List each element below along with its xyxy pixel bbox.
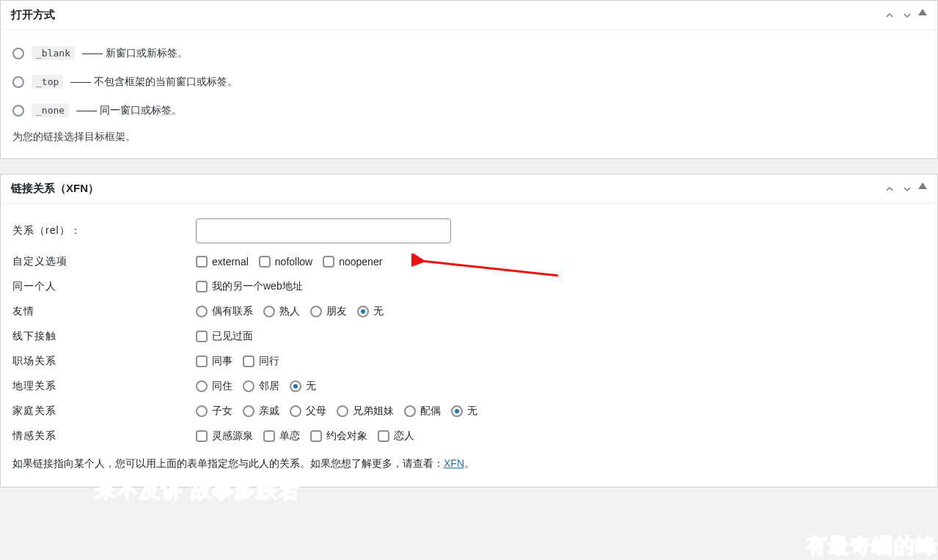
radio-blank[interactable] <box>12 48 24 59</box>
rel-row: 关系（rel）： <box>12 214 926 251</box>
xfn-panel: 链接关系（XFN） 关系（rel）： 自定义选项 external nofoll… <box>0 174 938 487</box>
chevron-down-icon[interactable] <box>901 9 914 22</box>
red-arrow-annotation <box>411 254 565 279</box>
chevron-up-icon[interactable] <box>883 9 896 22</box>
checkbox-identity[interactable] <box>196 281 208 292</box>
friendship-option[interactable]: 偶有联系 <box>196 305 253 318</box>
family-option[interactable]: 配偶 <box>404 405 441 418</box>
family-row: 家庭关系 子女亲戚父母兄弟姐妹配偶无 <box>12 400 926 425</box>
romantic-option[interactable]: 恋人 <box>378 430 414 443</box>
svg-line-0 <box>422 261 558 276</box>
xfn-panel-title: 链接关系（XFN） <box>11 182 99 196</box>
identity-row: 同一个人 我的另一个web地址 <box>12 276 926 301</box>
romantic-checkbox[interactable] <box>263 430 275 442</box>
target-panel-title: 打开方式 <box>11 8 55 22</box>
family-option[interactable]: 亲戚 <box>243 405 279 418</box>
target-desc: —— 新窗口或新标签。 <box>82 47 188 60</box>
checkbox-physical[interactable] <box>196 331 208 342</box>
professional-option[interactable]: 同事 <box>196 355 232 368</box>
romantic-option[interactable]: 灵感源泉 <box>196 430 253 443</box>
checkbox-noopener[interactable] <box>323 256 334 268</box>
xfn-panel-header: 链接关系（XFN） <box>1 174 937 204</box>
geo-radio[interactable] <box>243 380 254 392</box>
family-option[interactable]: 子女 <box>196 405 232 418</box>
target-desc: —— 不包含框架的当前窗口或标签。 <box>70 75 238 89</box>
professional-checkbox[interactable] <box>196 355 208 367</box>
friendship-label: 友情 <box>12 305 196 318</box>
friendship-option[interactable]: 无 <box>357 305 384 318</box>
family-radio[interactable] <box>451 405 463 417</box>
geo-option[interactable]: 无 <box>290 380 316 393</box>
target-panel: 打开方式 _blank —— 新窗口或新标签。 _top —— 不包含框架的当前… <box>0 0 938 159</box>
target-panel-body: _blank —— 新窗口或新标签。 _top —— 不包含框架的当前窗口或标签… <box>1 30 937 158</box>
rel-label: 关系（rel）： <box>12 224 196 237</box>
custom-row: 自定义选项 external nofollow noopener <box>12 251 926 276</box>
chevron-down-icon[interactable] <box>901 183 914 196</box>
professional-option[interactable]: 同行 <box>243 355 279 368</box>
romantic-option[interactable]: 约会对象 <box>310 430 367 443</box>
family-radio[interactable] <box>196 405 208 417</box>
professional-row: 职场关系 同事同行 <box>12 350 926 375</box>
target-help-text: 为您的链接选择目标框架。 <box>12 130 926 144</box>
custom-label: 自定义选项 <box>12 255 196 268</box>
xfn-panel-body: 关系（rel）： 自定义选项 external nofollow noopene… <box>1 204 937 487</box>
geo-option[interactable]: 邻居 <box>243 380 279 393</box>
xfn-footer-text: 如果链接指向某个人，您可以用上面的表单指定您与此人的关系。如果您想了解更多，请查… <box>12 450 926 472</box>
watermark-2: 有最奇崛的峰 <box>806 532 938 560</box>
romantic-row: 情感关系 灵感源泉单恋约会对象恋人 <box>12 425 926 450</box>
target-panel-header: 打开方式 <box>1 1 937 30</box>
romantic-checkbox[interactable] <box>378 430 389 442</box>
target-code: _none <box>32 103 69 117</box>
physical-row: 线下接触 已见过面 <box>12 325 926 350</box>
identity-option[interactable]: 我的另一个web地址 <box>196 280 303 293</box>
friendship-option[interactable]: 熟人 <box>263 305 300 318</box>
family-radio[interactable] <box>290 405 301 417</box>
custom-option-external[interactable]: external <box>196 256 249 268</box>
family-option[interactable]: 父母 <box>290 405 326 418</box>
custom-option-noopener[interactable]: noopener <box>323 256 382 268</box>
geo-label: 地理关系 <box>12 380 196 393</box>
family-radio[interactable] <box>404 405 416 417</box>
geo-option[interactable]: 同住 <box>196 380 232 393</box>
family-label: 家庭关系 <box>12 405 196 418</box>
physical-label: 线下接触 <box>12 330 196 343</box>
friendship-radio[interactable] <box>263 306 275 317</box>
target-desc: —— 同一窗口或标签。 <box>76 104 182 117</box>
family-radio[interactable] <box>337 405 348 417</box>
target-option-top[interactable]: _top —— 不包含框架的当前窗口或标签。 <box>12 69 926 97</box>
romantic-checkbox[interactable] <box>196 430 208 442</box>
friendship-radio[interactable] <box>357 306 369 317</box>
radio-top[interactable] <box>12 76 24 88</box>
professional-label: 职场关系 <box>12 355 196 368</box>
rel-input[interactable] <box>196 218 451 243</box>
physical-option[interactable]: 已见过面 <box>196 330 253 343</box>
checkbox-external[interactable] <box>196 256 208 268</box>
custom-option-nofollow[interactable]: nofollow <box>259 256 312 268</box>
checkbox-nofollow[interactable] <box>259 256 271 268</box>
geo-radio[interactable] <box>196 380 208 392</box>
friendship-row: 友情 偶有联系熟人朋友无 <box>12 301 926 325</box>
target-option-none[interactable]: _none —— 同一窗口或标签。 <box>12 97 926 126</box>
geo-row: 地理关系 同住邻居无 <box>12 375 926 400</box>
family-radio[interactable] <box>243 405 254 417</box>
xfn-link[interactable]: XFN <box>444 457 464 469</box>
identity-label: 同一个人 <box>12 280 196 293</box>
romantic-checkbox[interactable] <box>310 430 322 442</box>
chevron-up-icon[interactable] <box>883 183 896 196</box>
friendship-radio[interactable] <box>310 306 322 317</box>
geo-radio[interactable] <box>290 380 301 392</box>
romantic-label: 情感关系 <box>12 430 196 443</box>
target-code: _blank <box>32 46 75 60</box>
family-option[interactable]: 无 <box>451 405 477 418</box>
romantic-option[interactable]: 单恋 <box>263 430 300 443</box>
family-option[interactable]: 兄弟姐妹 <box>337 405 394 418</box>
friendship-radio[interactable] <box>196 306 208 317</box>
target-code: _top <box>32 75 63 89</box>
collapse-toggle-icon[interactable] <box>918 183 927 189</box>
friendship-option[interactable]: 朋友 <box>310 305 347 318</box>
collapse-toggle-icon[interactable] <box>918 9 927 15</box>
target-option-blank[interactable]: _blank —— 新窗口或新标签。 <box>12 40 926 69</box>
professional-checkbox[interactable] <box>243 355 254 367</box>
radio-none[interactable] <box>12 105 24 117</box>
